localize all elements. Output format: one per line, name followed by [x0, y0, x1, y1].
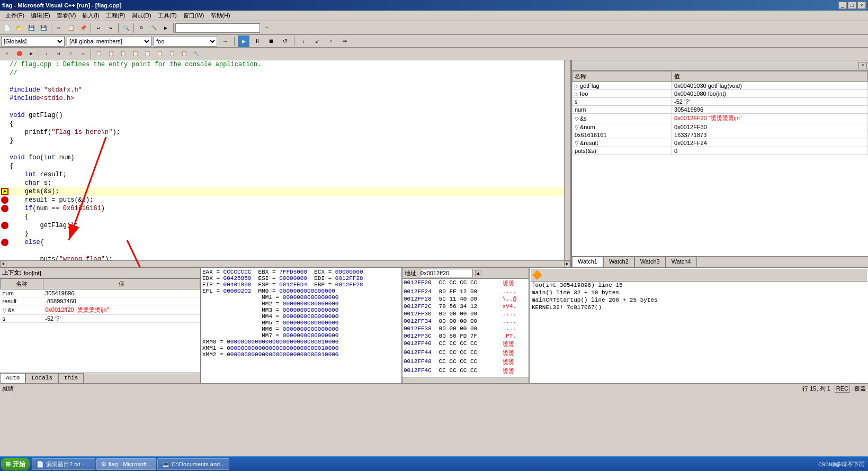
step-over-btn[interactable]: ↓ — [298, 35, 309, 47]
breakpoint-17[interactable] — [1, 196, 8, 204]
watch-tab-1[interactable]: Watch1 — [572, 257, 603, 267]
menu-view[interactable]: 查看(V) — [53, 11, 79, 21]
watch-tab-3[interactable]: Watch3 — [634, 257, 666, 267]
new-btn[interactable]: 📄 — [1, 22, 13, 34]
taskbar-right: CSDN@多味不下雨 — [818, 460, 865, 468]
debug-pause-btn[interactable]: ⏸ — [252, 35, 263, 47]
sep4 — [133, 23, 134, 33]
menu-edit[interactable]: 编辑(E) — [28, 11, 53, 21]
menu-tools[interactable]: 工具(T) — [155, 11, 180, 21]
dbg-btn16[interactable]: 🔧 — [190, 48, 202, 60]
dropdown-go-btn[interactable]: → — [219, 35, 231, 47]
sep3 — [118, 23, 119, 33]
code-hscrollbar[interactable]: ◄ ► — [0, 260, 570, 267]
step-into-btn[interactable]: ↙ — [311, 35, 323, 47]
code-line-19: { — [0, 213, 564, 221]
save-btn[interactable]: 💾 — [25, 22, 37, 34]
locals-row-result: result -858993460 — [1, 297, 200, 305]
menu-help[interactable]: 帮助(H) — [208, 11, 234, 21]
window-title: flag - Microsoft Visual C++ [run] - [fla… — [2, 2, 121, 8]
dbg-btn15[interactable]: 📋 — [178, 48, 190, 60]
taskbar-item-2[interactable]: ⚙ flag - Microsoft... — [96, 458, 156, 470]
code-editor[interactable]: // flag.cpp : Defines the entry point fo… — [0, 60, 564, 260]
run-btn[interactable]: ▶ — [160, 22, 172, 34]
watch-value-refnum: 0x0012FF30 — [672, 123, 868, 131]
dbg-btn9[interactable]: 📋 — [105, 48, 117, 60]
paste-btn[interactable]: 📌 — [77, 22, 89, 34]
watch-tab-4[interactable]: Watch4 — [666, 257, 697, 267]
dbg-btn6[interactable]: ↑ — [65, 48, 77, 60]
title-bar: flag - Microsoft Visual C++ [run] - [fla… — [0, 0, 868, 11]
dbg-btn10[interactable]: 📋 — [117, 48, 129, 60]
watch-value-num: 305419896 — [672, 106, 868, 114]
start-button[interactable]: ⊞ 开始 — [1, 458, 30, 470]
watch-row-num: num 305419896 — [572, 106, 868, 114]
save-all-btn[interactable]: 💾 — [38, 22, 49, 34]
search-btn[interactable]: 🔍 — [120, 22, 132, 34]
menu-debug[interactable]: 调试(D) — [128, 11, 154, 21]
locals-tab-auto[interactable]: Auto — [0, 373, 25, 383]
menu-file[interactable]: 文件(F) — [2, 11, 28, 21]
dbg-btn3[interactable]: ▶ — [25, 48, 37, 60]
scope-dropdown[interactable]: [Globals] — [1, 36, 65, 47]
dbg-btn5[interactable]: ↺ — [53, 48, 65, 60]
locals-row-s: s -52 '?' — [1, 315, 200, 323]
sep6 — [234, 37, 235, 46]
redo-btn[interactable]: ↪ — [105, 22, 117, 34]
debug-go-btn[interactable]: ▶ — [238, 35, 249, 47]
scroll-left-btn[interactable]: ◄ — [0, 261, 6, 267]
watch-name-getflag: ▷getFlag — [572, 82, 672, 90]
watch-close-btn[interactable]: × — [858, 62, 867, 69]
locals-tabs: Auto Locals this — [0, 373, 200, 383]
dbg-btn8[interactable]: 📋 — [93, 48, 104, 60]
breakpoint-20[interactable] — [1, 222, 8, 229]
mem-row-FF2C: 0012FF2C 78 56 34 12 xV4. — [402, 303, 529, 310]
debug-restart-btn[interactable]: ↺ — [279, 35, 291, 47]
close-button[interactable]: × — [857, 2, 866, 9]
taskbar-item-1[interactable]: 📄 漏洞题目2.txt - ... — [32, 458, 95, 470]
open-btn[interactable]: 📂 — [13, 22, 25, 34]
status-position: 行 15, 列 1 — [802, 385, 830, 393]
dbg-btn2[interactable]: 🔴 — [13, 48, 25, 60]
find-input[interactable] — [175, 23, 260, 33]
memory-address-input[interactable] — [420, 269, 473, 277]
watch-name-s: s — [572, 98, 672, 106]
undo-btn[interactable]: ↩ — [93, 22, 104, 34]
menu-window[interactable]: 窗口(W) — [180, 11, 208, 21]
locals-tab-this[interactable]: this — [58, 373, 84, 383]
step-out-btn[interactable]: ↑ — [325, 35, 337, 47]
minimize-button[interactable]: _ — [838, 2, 847, 9]
mem-row-FF20: 0012FF20 CC CC CC CC 烫烫 — [402, 279, 529, 288]
members-dropdown[interactable]: [All global members] — [67, 36, 151, 47]
cut-btn[interactable]: ✂ — [53, 22, 65, 34]
dbg-btn14[interactable]: 📋 — [166, 48, 177, 60]
breakpoint-22[interactable] — [1, 239, 8, 246]
taskbar-item-3[interactable]: 💻 C:\Documents and... — [157, 458, 229, 470]
menu-insert[interactable]: 插入(I) — [79, 11, 102, 21]
code-scrollbar[interactable] — [564, 60, 570, 260]
dbg-btn1[interactable]: ⚡ — [1, 48, 13, 60]
run-cursor-btn[interactable]: ⇒ — [339, 35, 351, 47]
debug-stop-btn[interactable]: ⏹ — [265, 35, 277, 47]
scroll-right-btn[interactable]: ► — [564, 261, 570, 267]
function-dropdown[interactable]: foo — [154, 36, 217, 47]
maximize-button[interactable]: □ — [848, 2, 856, 9]
memory-scroll-up[interactable]: ▲ — [475, 270, 481, 276]
watch-tabs: Watch1 Watch2 Watch3 Watch4 — [572, 256, 868, 267]
dbg-btn11[interactable]: 📋 — [129, 48, 141, 60]
dbg-btn7[interactable]: ⇒ — [77, 48, 89, 60]
menu-project[interactable]: 工程(P) — [103, 11, 129, 21]
locals-tab-locals[interactable]: Locals — [25, 373, 58, 383]
find-go-btn[interactable]: → — [261, 22, 272, 34]
dbg-btn12[interactable]: 📋 — [141, 48, 153, 60]
code-line-4: #include "stdafx.h" — [0, 86, 564, 94]
breakpoint-18[interactable] — [1, 205, 8, 212]
watch-tab-2[interactable]: Watch2 — [603, 257, 634, 267]
compile-btn[interactable]: ⚙ — [136, 22, 147, 34]
locals-row-num: num 305419896 — [1, 289, 200, 297]
build-btn[interactable]: 🔨 — [148, 22, 159, 34]
copy-btn[interactable]: 📋 — [65, 22, 77, 34]
dbg-btn13[interactable]: 📋 — [154, 48, 165, 60]
memory-hscroll[interactable] — [402, 377, 529, 383]
dbg-btn4[interactable]: ↓ — [41, 48, 52, 60]
